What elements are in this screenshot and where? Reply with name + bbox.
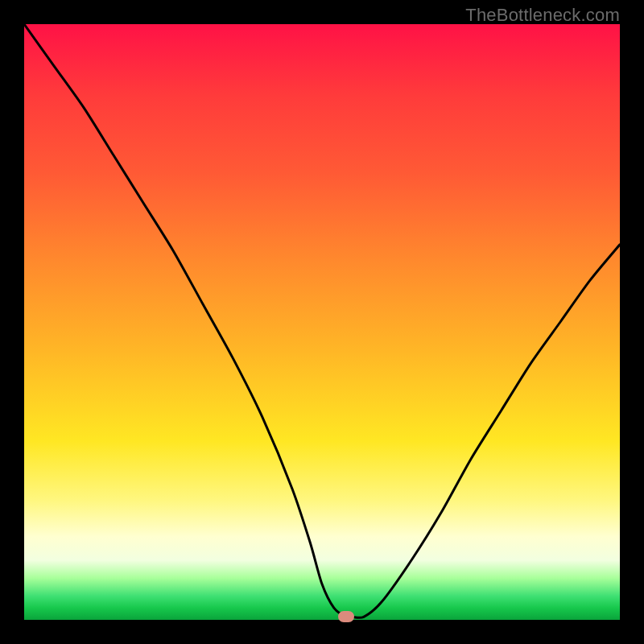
- optimum-marker: [338, 611, 354, 622]
- plot-area: [24, 24, 620, 620]
- bottleneck-curve: [24, 24, 620, 620]
- chart-frame: TheBottleneck.com: [0, 0, 644, 644]
- watermark-text: TheBottleneck.com: [465, 5, 620, 26]
